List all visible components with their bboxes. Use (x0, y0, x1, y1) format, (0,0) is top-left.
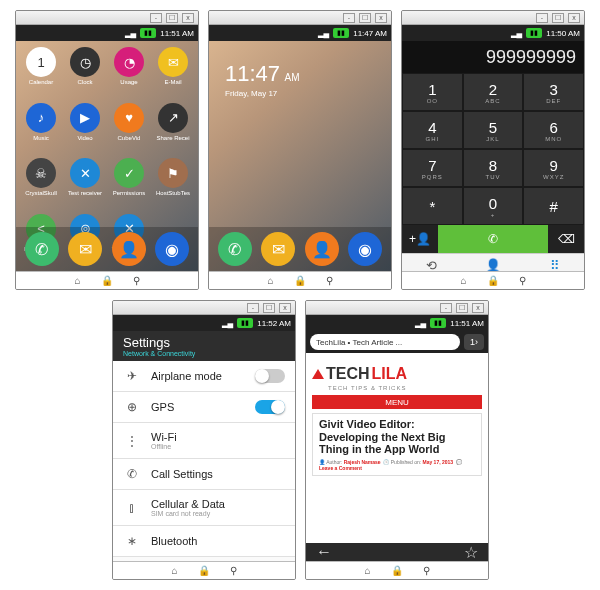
dock-browser[interactable]: ◉ (155, 232, 189, 266)
dock-contacts[interactable]: 👤 (305, 232, 339, 266)
lock-icon[interactable]: 🔒 (198, 565, 210, 576)
key-6[interactable]: 6MNO (523, 111, 584, 149)
site-tagline: TECH TIPS & TRICKS (328, 385, 482, 391)
article-card[interactable]: Givit Video Editor: Developing the Next … (312, 413, 482, 476)
location-icon[interactable]: ⚲ (423, 565, 430, 576)
key-8[interactable]: 8TUV (463, 149, 524, 187)
app-crystalskull[interactable]: ☠CrystalSkull (20, 158, 62, 210)
setting-bluetooth[interactable]: ∗ Bluetooth (113, 526, 295, 557)
site-logo[interactable]: TECHLILA (312, 365, 482, 383)
toggle[interactable] (255, 400, 285, 414)
window-min[interactable]: - (150, 13, 162, 23)
status-time: 11:50 AM (546, 29, 580, 38)
key-4[interactable]: 4GHI (402, 111, 463, 149)
web-page[interactable]: TECHLILA TECH TIPS & TRICKS MENU Givit V… (306, 353, 488, 543)
contacts-tab[interactable]: 👤 (485, 258, 501, 271)
lock-icon[interactable]: 🔒 (294, 275, 306, 286)
window-max[interactable]: ☐ (263, 303, 275, 313)
app-cubevid[interactable]: ♥CubeVid (108, 103, 150, 155)
home-icon[interactable]: ⌂ (364, 565, 370, 576)
window-titlebar: - ☐ x (113, 301, 295, 315)
setting-icon: ✈ (123, 369, 141, 383)
backspace-button[interactable]: ⌫ (548, 225, 584, 253)
recents-tab[interactable]: ⟲ (426, 258, 437, 271)
key-3[interactable]: 3DEF (523, 73, 584, 111)
dock-messages[interactable]: ✉ (68, 232, 102, 266)
home-screen[interactable]: 1Calendar◷Clock◔Usage✉E-Mail♪Music▶Video… (16, 41, 198, 271)
dock-phone[interactable]: ✆ (218, 232, 252, 266)
home-icon[interactable]: ⌂ (171, 565, 177, 576)
key-1[interactable]: 1OO (402, 73, 463, 111)
window-min[interactable]: - (536, 13, 548, 23)
key-*[interactable]: * (402, 187, 463, 225)
screenshot-appgrid: - ☐ x ▂▄ ▮▮ 11:51 AM 1Calendar◷Clock◔Usa… (15, 10, 199, 290)
app-label: Clock (64, 79, 106, 85)
lock-icon[interactable]: 🔒 (487, 275, 499, 286)
app-permissions[interactable]: ✓Permissions (108, 158, 150, 210)
location-icon[interactable]: ⚲ (230, 565, 237, 576)
app-video[interactable]: ▶Video (64, 103, 106, 155)
window-close[interactable]: x (182, 13, 194, 23)
key-2[interactable]: 2ABC (463, 73, 524, 111)
status-time: 11:51 AM (160, 29, 194, 38)
dock-phone[interactable]: ✆ (25, 232, 59, 266)
window-min[interactable]: - (440, 303, 452, 313)
lock-icon[interactable]: 🔒 (101, 275, 113, 286)
window-min[interactable]: - (247, 303, 259, 313)
key-#[interactable]: # (523, 187, 584, 225)
dock-contacts[interactable]: 👤 (112, 232, 146, 266)
signal-icon: ▂▄ (318, 29, 330, 38)
setting-callsettings[interactable]: ✆ Call Settings (113, 459, 295, 490)
dial-number[interactable]: 999999999 (402, 41, 584, 73)
home-icon[interactable]: ⌂ (74, 275, 80, 286)
app-testreceiver[interactable]: ✕Test receiver (64, 158, 106, 210)
setting-gps[interactable]: ⊕ GPS (113, 392, 295, 423)
app-hoststubtes[interactable]: ⚑HostStubTes (152, 158, 194, 210)
app-music[interactable]: ♪Music (20, 103, 62, 155)
dock-browser[interactable]: ◉ (348, 232, 382, 266)
back-icon[interactable]: ← (316, 543, 332, 561)
window-max[interactable]: ☐ (456, 303, 468, 313)
dock-messages[interactable]: ✉ (261, 232, 295, 266)
lock-screen[interactable]: 11:47 AM Friday, May 17 ✆✉👤◉ (209, 41, 391, 271)
star-icon[interactable]: ☆ (464, 543, 478, 562)
add-contact-button[interactable]: +👤 (402, 225, 438, 253)
app-icon: ✓ (114, 158, 144, 188)
call-button[interactable]: ✆ (438, 225, 548, 253)
window-max[interactable]: ☐ (166, 13, 178, 23)
key-5[interactable]: 5JKL (463, 111, 524, 149)
window-close[interactable]: x (568, 13, 580, 23)
window-max[interactable]: ☐ (552, 13, 564, 23)
app-usage[interactable]: ◔Usage (108, 47, 150, 99)
toggle[interactable] (255, 369, 285, 383)
location-icon[interactable]: ⚲ (133, 275, 140, 286)
window-close[interactable]: x (472, 303, 484, 313)
key-0[interactable]: 0+ (463, 187, 524, 225)
window-max[interactable]: ☐ (359, 13, 371, 23)
app-icon: ⚑ (158, 158, 188, 188)
key-7[interactable]: 7PQRS (402, 149, 463, 187)
window-close[interactable]: x (375, 13, 387, 23)
home-icon[interactable]: ⌂ (267, 275, 273, 286)
key-9[interactable]: 9WXYZ (523, 149, 584, 187)
app-clock[interactable]: ◷Clock (64, 47, 106, 99)
window-close[interactable]: x (279, 303, 291, 313)
setting-icon: ∗ (123, 534, 141, 548)
home-icon[interactable]: ⌂ (460, 275, 466, 286)
keypad-tab[interactable]: ⠿ (550, 258, 560, 271)
window-min[interactable]: - (343, 13, 355, 23)
app-sharerecei[interactable]: ↗Share Recei (152, 103, 194, 155)
app-label: Share Recei (152, 135, 194, 141)
lock-icon[interactable]: 🔒 (391, 565, 403, 576)
app-email[interactable]: ✉E-Mail (152, 47, 194, 99)
screenshot-dialer: - ☐ x ▂▄ ▮▮ 11:50 AM 999999999 1OO2ABC3D… (401, 10, 585, 290)
setting-airplanemode[interactable]: ✈ Airplane mode (113, 361, 295, 392)
tabs-button[interactable]: 1› (464, 334, 484, 350)
setting-wifi[interactable]: ⋮ Wi-FiOffline (113, 423, 295, 459)
location-icon[interactable]: ⚲ (326, 275, 333, 286)
location-icon[interactable]: ⚲ (519, 275, 526, 286)
site-menu[interactable]: MENU (312, 395, 482, 409)
url-field[interactable]: TechLila • Tech Article ... (310, 334, 460, 350)
status-time: 11:47 AM (353, 29, 387, 38)
app-calendar[interactable]: 1Calendar (20, 47, 62, 99)
